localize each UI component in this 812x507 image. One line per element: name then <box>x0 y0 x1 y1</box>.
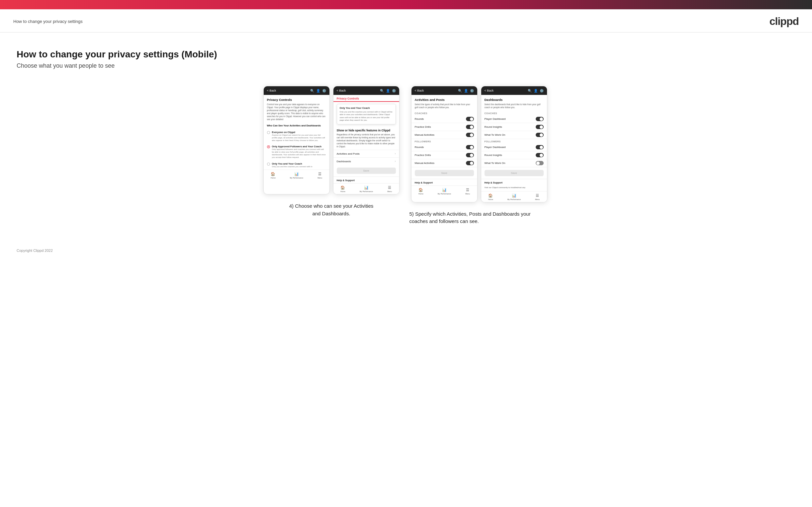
footer: Copyright Clippd 2022 <box>0 238 812 259</box>
show-hide-desc: Regardless of the privacy controls that … <box>334 133 399 150</box>
save-button-4[interactable]: Save <box>485 170 544 176</box>
bottom-menu[interactable]: ☰ Menu <box>317 172 322 179</box>
coaches-workOn-toggle[interactable] <box>536 133 544 137</box>
menu-label: Menu <box>317 177 322 179</box>
person-icon-2[interactable]: 👤 <box>386 89 390 93</box>
tooltip-title: Only You and Your Coach <box>340 107 393 110</box>
search-icon-2[interactable]: 🔍 <box>380 89 384 93</box>
home-label: Home <box>271 177 276 179</box>
tooltip-desc: Only you and the coaches you connect wit… <box>340 111 393 122</box>
home-icon: 🏠 <box>271 172 275 176</box>
coaches-manual-toggle[interactable] <box>466 133 474 137</box>
nav-icons: 🔍 👤 ⚙️ <box>310 89 326 93</box>
radio-2-desc: Only approved followers and coaches you … <box>272 148 326 159</box>
radio-approved[interactable]: Only Approved Followers and Your Coach O… <box>264 143 329 160</box>
bottom-performance[interactable]: 📊 My Performance <box>290 172 303 179</box>
bottom-home[interactable]: 🏠 Home <box>271 172 276 179</box>
followers-rounds-toggle[interactable] <box>466 145 474 149</box>
followers-workOn-toggle[interactable] <box>536 161 544 165</box>
followers-player-toggle[interactable] <box>536 145 544 149</box>
coaches-insights-row: Round Insights <box>481 123 547 131</box>
screen1-body: Privacy Controls Control how you and you… <box>264 95 329 170</box>
coaches-rounds-toggle[interactable] <box>466 117 474 121</box>
followers-manual-toggle[interactable] <box>466 161 474 165</box>
followers-insights-toggle[interactable] <box>536 153 544 157</box>
group-right: < Back 🔍 👤 ⚙️ Activities and Posts Selec… <box>409 86 549 225</box>
back-button-2[interactable]: < Back <box>337 89 346 92</box>
coaches-player-toggle[interactable] <box>536 117 544 121</box>
screens-3-4: < Back 🔍 👤 ⚙️ Activities and Posts Selec… <box>411 86 547 203</box>
radio-1-desc: Anyone on Clippd can search for you and … <box>272 134 326 142</box>
coaches-label-4: COACHES <box>481 111 547 115</box>
coaches-player-label: Player Dashboard <box>485 117 506 120</box>
screen4-bottom-nav: 🏠 Home 📊 My Performance ☰ Menu <box>481 191 547 202</box>
breadcrumb: How to change your privacy settings <box>13 19 83 24</box>
dashboards-link[interactable]: Dashboards › <box>334 157 399 165</box>
search-icon-4[interactable]: 🔍 <box>528 89 532 93</box>
menu-icon: ☰ <box>318 172 321 176</box>
nav-icons-2: 🔍 👤 ⚙️ <box>380 89 396 93</box>
show-hide-title: Show or hide specific features in Clippd <box>334 126 399 133</box>
followers-label-3: FOLLOWERS <box>411 139 477 143</box>
privacy-desc: Control how you and your data appears to… <box>264 103 329 123</box>
back-button-3[interactable]: < Back <box>415 89 424 92</box>
menu-label-2: Menu <box>387 190 392 192</box>
followers-drills-toggle[interactable] <box>466 153 474 157</box>
header: How to change your privacy settings clip… <box>0 9 812 33</box>
bottom-menu-4[interactable]: ☰ Menu <box>535 193 540 201</box>
activities-posts-link[interactable]: Activities and Posts › <box>334 150 399 157</box>
performance-label-2: My Performance <box>360 190 373 192</box>
bottom-home-4[interactable]: 🏠 Home <box>488 193 493 201</box>
back-button[interactable]: < Back <box>267 89 276 92</box>
coaches-drills-toggle[interactable] <box>466 125 474 129</box>
radio-circle-3 <box>267 163 270 166</box>
person-icon-3[interactable]: 👤 <box>464 89 468 93</box>
settings-icon-4[interactable]: ⚙️ <box>540 89 544 93</box>
menu-label-3: Menu <box>465 193 470 195</box>
home-label-4: Home <box>488 199 493 201</box>
bottom-performance-4[interactable]: 📊 My Performance <box>507 193 521 201</box>
person-icon-4[interactable]: 👤 <box>534 89 538 93</box>
bottom-menu-2[interactable]: ☰ Menu <box>387 185 392 192</box>
search-icon[interactable]: 🔍 <box>310 89 314 93</box>
bottom-performance-2[interactable]: 📊 My Performance <box>360 185 373 192</box>
radio-only-you[interactable]: Only You and Your Coach Only you and the… <box>264 161 329 170</box>
screen4-body: Dashboards Select the dashboards that yo… <box>481 95 547 191</box>
save-button-2[interactable]: Save <box>337 168 396 174</box>
chevron-right-2: › <box>395 160 396 163</box>
coaches-insights-label: Round Insights <box>485 125 502 128</box>
tooltip-box: Only You and Your Coach Only you and the… <box>337 104 396 124</box>
settings-icon-2[interactable]: ⚙️ <box>392 89 396 93</box>
screen2-nav: < Back 🔍 👤 ⚙️ <box>334 86 399 95</box>
page-title: How to change your privacy settings (Mob… <box>16 49 796 60</box>
search-icon-3[interactable]: 🔍 <box>458 89 462 93</box>
radio-circle-2 <box>267 145 270 148</box>
radio-2-title: Only Approved Followers and Your Coach <box>272 145 326 148</box>
settings-icon-3[interactable]: ⚙️ <box>470 89 474 93</box>
coaches-rounds-label: Rounds <box>415 117 424 120</box>
help-support-label-2: Help & Support <box>334 176 399 183</box>
bottom-performance-3[interactable]: 📊 My Performance <box>438 188 451 195</box>
radio-everyone[interactable]: Everyone on Clippd Anyone on Clippd can … <box>264 129 329 143</box>
bottom-home-3[interactable]: 🏠 Home <box>418 188 423 195</box>
privacy-controls-tab[interactable]: Privacy Controls <box>337 95 359 101</box>
back-button-4[interactable]: < Back <box>485 89 494 92</box>
coaches-insights-toggle[interactable] <box>536 125 544 129</box>
bottom-home-2[interactable]: 🏠 Home <box>341 185 345 192</box>
screen3-nav: < Back 🔍 👤 ⚙️ <box>411 86 477 95</box>
activities-posts-title: Activities and Posts <box>411 95 477 103</box>
save-button-3[interactable]: Save <box>415 170 474 176</box>
help-support-desc-4: Visit our Clippd community to troublesho… <box>481 185 547 191</box>
menu-icon-2: ☰ <box>388 185 391 190</box>
radio-circle-1 <box>267 131 270 134</box>
home-icon-3: 🏠 <box>418 188 423 192</box>
bottom-menu-3[interactable]: ☰ Menu <box>465 188 470 195</box>
settings-icon[interactable]: ⚙️ <box>322 89 326 93</box>
coaches-drills-label: Practice Drills <box>415 125 431 128</box>
coaches-label-3: COACHES <box>411 111 477 115</box>
screen-1: < Back 🔍 👤 ⚙️ Privacy Controls Control h… <box>263 86 330 194</box>
who-can-see-heading: Who Can See Your Activities and Dashboar… <box>264 123 329 129</box>
help-support-label-3: Help & Support <box>411 179 477 185</box>
person-icon[interactable]: 👤 <box>316 89 320 93</box>
coaches-rounds-row: Rounds <box>411 115 477 123</box>
